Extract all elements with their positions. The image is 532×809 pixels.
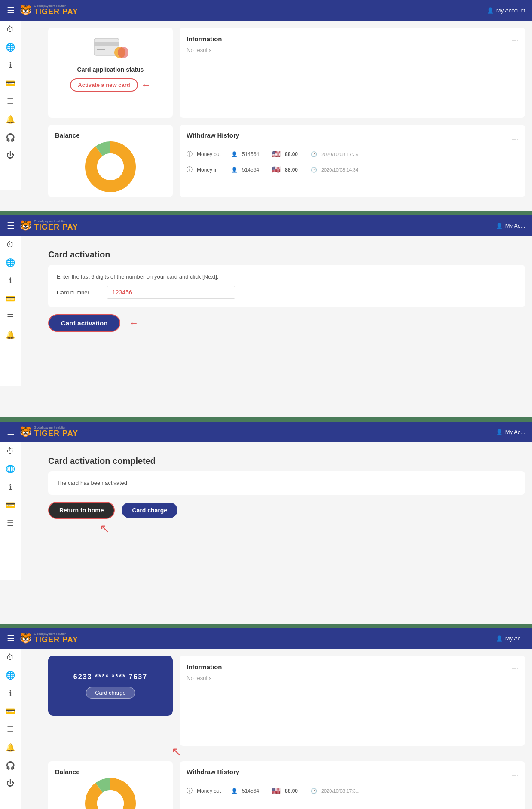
screen2: ☰ 🐯 Global payment solution TIGER PAY 👤 … (0, 215, 532, 417)
s2-bell-icon[interactable]: 🔔 (6, 330, 15, 340)
s3-list-icon[interactable]: ☰ (7, 518, 14, 528)
card-activation-button[interactable]: Card activation (48, 314, 120, 332)
hamburger-menu-3[interactable]: ☰ (7, 427, 15, 437)
sidebar-bell-icon[interactable]: 🔔 (6, 115, 15, 124)
card-svg-icon (93, 37, 128, 61)
my-account-label-3: My Ac... (505, 429, 525, 435)
info-dots-menu[interactable]: ... (512, 34, 518, 43)
s4-bell-icon[interactable]: 🔔 (6, 743, 15, 752)
screen1: ☰ 🐯 Global payment solution TIGER PAY 👤 … (0, 0, 532, 211)
logo-text-3: Global payment solution TIGER PAY (34, 426, 78, 438)
s2-clock-icon[interactable]: ⏱ (6, 240, 14, 249)
sidebar-globe-icon[interactable]: 🌐 (6, 43, 15, 52)
withdraw-row-4: ⓘ Money out 👤 514564 🇺🇸 88.00 🕐 2020/10/… (187, 783, 518, 798)
card-app-status-title: Card application status (77, 66, 144, 73)
s4-power-icon[interactable]: ⏻ (6, 779, 14, 788)
logo-text-4: Global payment solution TIGER PAY (34, 632, 78, 644)
flag-icon-1: 🇺🇸 (272, 150, 281, 158)
wd-amount-4: 88.00 (285, 788, 306, 794)
action-arrow-area: ↖ (100, 521, 525, 536)
action-arrow: ↖ (100, 521, 110, 536)
info-header-4: Information ... (187, 662, 518, 671)
card-charge-pill-button[interactable]: Card charge (86, 687, 135, 699)
time-icon-2: 🕐 (311, 167, 317, 173)
flag-icon-4: 🇺🇸 (272, 787, 281, 795)
s2-info-icon[interactable]: ℹ (9, 276, 12, 285)
sidebar-2: ⏱ 🌐 ℹ 💳 ☰ 🔔 (0, 236, 21, 386)
s3-card-icon[interactable]: 💳 (6, 500, 15, 510)
account-icon: 👤 (487, 7, 494, 14)
activation-arrow: ← (129, 318, 138, 329)
account-icon-3: 👤 (496, 429, 503, 435)
header-left-4: ☰ 🐯 Global payment solution TIGER PAY (7, 632, 78, 644)
header-bar-3: ☰ 🐯 Global payment solution TIGER PAY 👤 … (0, 422, 532, 442)
header-left: ☰ 🐯 Global payment solution TIGER PAY (7, 4, 78, 16)
info-dots-4[interactable]: ... (512, 662, 518, 671)
wd-id-1: 514564 (242, 151, 268, 157)
s2-card-icon[interactable]: 💳 (6, 294, 15, 303)
logo-tiger-icon: 🐯 (20, 5, 31, 16)
my-account-2[interactable]: 👤 My Ac... (496, 223, 525, 229)
logo-brand-2: TIGER PAY (34, 223, 78, 232)
my-account-label-4: My Ac... (505, 635, 525, 642)
s3-info-icon[interactable]: ℹ (9, 482, 12, 492)
screen3-body: ⏱ 🌐 ℹ 💳 ☰ Card activation completed The … (0, 442, 532, 580)
my-account-4[interactable]: 👤 My Ac... (496, 635, 525, 642)
sidebar-power-icon[interactable]: ⏻ (6, 151, 14, 160)
s4-list-icon[interactable]: ☰ (7, 725, 14, 734)
donut-svg-4 (85, 778, 136, 809)
account-icon-4: 👤 (496, 635, 503, 642)
balance-title: Balance (55, 132, 166, 139)
s4-card-icon[interactable]: 💳 (6, 707, 15, 716)
screen4-main: 6233 **** **** 7637 Card charge ↖ Inform… (41, 649, 532, 809)
section-divider-2 (0, 417, 532, 422)
logo-area: 🐯 Global payment solution TIGER PAY (20, 4, 78, 16)
wd-date-2: 2020/10/08 14:34 (321, 167, 358, 172)
header-left-3: ☰ 🐯 Global payment solution TIGER PAY (7, 426, 78, 438)
s3-clock-icon[interactable]: ⏱ (6, 447, 14, 456)
action-buttons-row: Return to home Card charge (48, 502, 525, 519)
info-title-4: Information (187, 663, 222, 671)
blue-card: 6233 **** **** 7637 Card charge (48, 656, 173, 716)
s4-headset-icon[interactable]: 🎧 (6, 761, 15, 770)
card-charge-button[interactable]: Card charge (122, 503, 177, 518)
hamburger-menu-2[interactable]: ☰ (7, 221, 15, 231)
activation-completed-title: Card activation completed (48, 449, 525, 471)
donut-chart-4 (55, 780, 166, 809)
s3-globe-icon[interactable]: 🌐 (6, 464, 15, 474)
wd-id-2: 514564 (242, 167, 268, 173)
card-application-panel: Card application status Activate a new c… (48, 28, 173, 118)
return-home-button[interactable]: Return to home (48, 502, 115, 519)
info-title: Information (187, 35, 222, 43)
logo-sub-2: Global payment solution (34, 220, 78, 223)
my-account-3[interactable]: 👤 My Ac... (496, 429, 525, 435)
hamburger-menu-4[interactable]: ☰ (7, 633, 15, 644)
money-out-icon-4: ⓘ (187, 787, 193, 795)
s2-list-icon[interactable]: ☰ (7, 312, 14, 322)
sidebar: ⏱ 🌐 ℹ 💳 ☰ 🔔 🎧 ⏻ (0, 21, 21, 190)
sidebar-list-icon[interactable]: ☰ (7, 97, 14, 106)
activate-new-card-button[interactable]: Activate a new card (70, 78, 138, 92)
logo-text-2: Global payment solution TIGER PAY (34, 220, 78, 232)
svg-rect-2 (97, 49, 105, 50)
s2-globe-icon[interactable]: 🌐 (6, 258, 15, 267)
card-icon-area (93, 36, 128, 62)
flag-icon-2: 🇺🇸 (272, 165, 281, 174)
activation-message: The card has been activated. (48, 471, 525, 495)
screen4-top-row: 6233 **** **** 7637 Card charge ↖ Inform… (48, 656, 525, 746)
screen3-main: Card activation completed The card has b… (41, 442, 532, 580)
s4-globe-icon[interactable]: 🌐 (6, 671, 15, 680)
hamburger-menu[interactable]: ☰ (7, 5, 15, 15)
sidebar-headset-icon[interactable]: 🎧 (6, 133, 15, 142)
header-bar: ☰ 🐯 Global payment solution TIGER PAY 👤 … (0, 0, 532, 21)
logo-sub-4: Global payment solution (34, 632, 78, 635)
withdraw-dots-menu[interactable]: ... (512, 133, 518, 142)
s4-info-icon[interactable]: ℹ (9, 689, 12, 698)
sidebar-clock-icon[interactable]: ⏱ (6, 25, 14, 34)
withdraw-dots-4[interactable]: ... (512, 769, 518, 778)
my-account[interactable]: 👤 My Account (487, 7, 525, 14)
s4-clock-icon[interactable]: ⏱ (6, 653, 14, 662)
card-number-input[interactable] (107, 286, 235, 299)
sidebar-card-icon[interactable]: 💳 (6, 79, 15, 88)
sidebar-info-icon[interactable]: ℹ (9, 61, 12, 70)
